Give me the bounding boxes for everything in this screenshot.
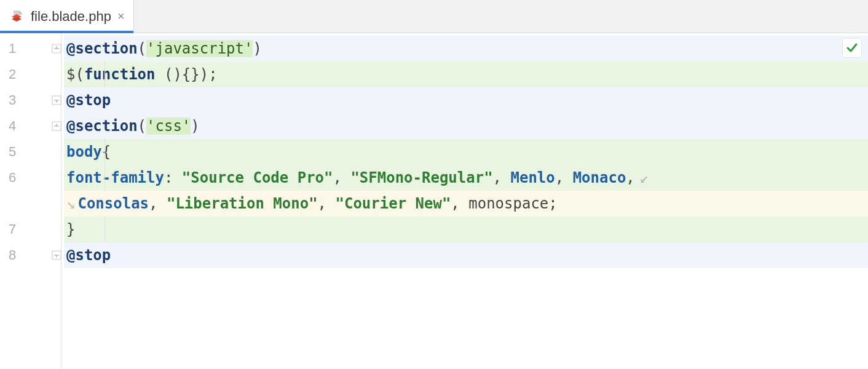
gutter-line[interactable]: 8 xyxy=(0,242,61,268)
gutter-line[interactable]: 4 xyxy=(0,113,61,139)
gutter: 1 2 3 4 5 6 7 8 xyxy=(0,33,61,369)
code-line[interactable]: $(function (){}); xyxy=(64,62,868,87)
code-line[interactable]: font-family: "Source Code Pro", "SFMono-… xyxy=(64,165,868,191)
indent-guide xyxy=(105,216,105,242)
gutter-line[interactable]: 1 xyxy=(0,36,61,62)
code-line[interactable]: @stop xyxy=(64,87,868,113)
close-tab-icon[interactable]: × xyxy=(117,9,125,23)
blade-file-icon xyxy=(10,9,25,24)
tab-bar: file.blade.php × xyxy=(0,0,868,33)
gutter-line[interactable]: 6 xyxy=(0,165,61,191)
gutter-line[interactable]: 7 xyxy=(0,216,61,242)
inspection-ok-icon[interactable] xyxy=(842,38,862,58)
code-line[interactable]: @stop xyxy=(64,242,868,268)
fold-end-icon[interactable] xyxy=(52,250,61,260)
editor-area: 1 2 3 4 5 6 7 8 @section('javascript') xyxy=(0,33,868,369)
code-line[interactable]: body{ xyxy=(64,139,868,165)
fold-end-icon[interactable] xyxy=(52,95,61,105)
gutter-line[interactable]: 2 xyxy=(0,62,61,87)
fold-collapse-icon[interactable] xyxy=(52,121,61,131)
fold-collapse-icon[interactable] xyxy=(52,44,61,54)
tab-filename: file.blade.php xyxy=(31,9,111,25)
gutter-line[interactable]: 3 xyxy=(0,87,61,113)
file-tab[interactable]: file.blade.php × xyxy=(0,0,134,33)
gutter-line[interactable]: 5 xyxy=(0,139,61,165)
gutter-line-wrap xyxy=(0,191,61,216)
indent-guide xyxy=(105,62,105,87)
code-line[interactable]: @section('javascript') xyxy=(64,36,868,62)
code-line[interactable]: } xyxy=(64,216,868,242)
indent-guide xyxy=(105,139,105,165)
code-line-wrapped[interactable]: ↘Consolas, "Liberation Mono", "Courier N… xyxy=(64,191,868,216)
soft-wrap-icon: ↙ xyxy=(640,169,649,186)
soft-wrap-continuation-icon: ↘ xyxy=(66,195,75,212)
code-line[interactable]: @section('css') xyxy=(64,113,868,139)
code-area[interactable]: @section('javascript') $(function (){});… xyxy=(61,33,868,369)
indent-guide xyxy=(105,165,105,191)
editor-root: file.blade.php × 1 2 3 4 5 6 7 8 xyxy=(0,0,868,369)
